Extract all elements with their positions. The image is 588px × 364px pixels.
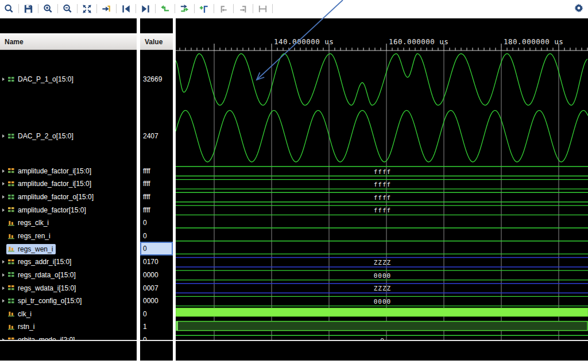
toolbar-separator [38,4,38,13]
next-transition-button[interactable] [138,2,153,16]
expand-chevron-icon[interactable] [0,208,6,212]
waveform-canvas[interactable]: 140.000000 us160.000000 us180.000000 usf… [176,33,588,340]
signal-row[interactable]: regs_addr_i[15:0] [0,255,137,269]
settings-button[interactable] [574,3,585,14]
bus-signal-icon [7,298,15,304]
signal-row-inner: DAC_P_2_o[15:0] [6,131,76,141]
signal-value-cell[interactable]: 0 [140,334,173,340]
signal-row[interactable]: amplitude_factor_i[15:0] [0,177,137,191]
wave-row: ZZZZ [176,257,588,267]
bus-value-label: 0000 [374,272,392,280]
signal-name-label: orbita_mode_i[2:0] [18,336,75,340]
expand-chevron-icon[interactable] [0,260,6,264]
signal-value-cell[interactable]: 0170 [140,255,173,269]
signal-value-label: 0 [143,336,147,340]
signal-row[interactable]: regs_ren_i [0,230,137,243]
signal-value-cell[interactable]: 0 [140,242,173,255]
scalar-signal-icon [7,246,15,252]
signal-row[interactable]: regs_rdata_o[15:0] [0,269,137,282]
signal-name-label: regs_addr_i[15:0] [18,258,71,266]
signal-value-cell[interactable]: 0 [140,216,173,230]
signal-value-label: 1 [143,323,147,331]
expand-chevron-icon[interactable] [0,134,6,138]
expand-chevron-icon[interactable] [0,286,6,290]
time-ruler[interactable]: 140.000000 us160.000000 us180.000000 us [176,37,588,51]
bus-value-label: 0 [380,337,385,340]
signal-row[interactable]: regs_clk_i [0,216,137,230]
expand-chevron-icon[interactable] [0,195,6,199]
signal-row[interactable]: spi_tr_config_o[15:0] [0,295,137,308]
save-wave-config-button[interactable] [21,2,36,16]
signal-row[interactable]: clk_i [0,308,137,321]
signal-row-inner: spi_tr_config_o[15:0] [6,296,84,306]
toolbar-separator [214,4,214,13]
signal-row[interactable]: amplitude_factor[15:0] [0,203,137,216]
signal-row[interactable]: DAC_P_2_o[15:0] [0,108,137,165]
signal-value-cell[interactable]: 32669 [140,51,173,108]
zoom-fit-button[interactable] [79,2,95,16]
signal-value-cell[interactable]: ffff [140,165,173,178]
zoom-in-button[interactable] [40,2,56,16]
go-to-cursor-button[interactable] [99,2,114,16]
signal-row-inner: amplitude_factor_i[15:0] [6,179,94,189]
previous-edge-button[interactable] [157,2,173,16]
signal-row[interactable]: DAC_P_1_o[15:0] [0,51,137,108]
signal-row[interactable]: orbita_mode_i[2:0] [0,334,137,340]
swap-cursors-icon [257,3,268,14]
signal-value-cell[interactable]: 0 [140,308,173,321]
panel-bottom-divider [0,340,137,341]
previous-marker-button[interactable] [216,2,231,16]
bus-value-label: ZZZZ [374,285,392,292]
find-button[interactable] [1,2,17,16]
signal-value-cell[interactable]: 0007 [140,281,173,295]
previous-transition-button[interactable] [118,2,134,16]
toolbar-separator [194,4,195,13]
signal-row[interactable]: rstn_i [0,320,137,334]
signal-value-label: 0 [143,245,147,253]
signal-value-cell[interactable]: ffff [140,191,173,204]
expand-chevron-icon[interactable] [0,273,6,277]
add-marker-icon [199,3,210,14]
signal-value-cell[interactable]: 0 [140,230,173,243]
zoom-in-icon [42,3,53,14]
expand-chevron-icon[interactable] [0,78,6,81]
signal-value-label: 0 [143,219,147,227]
expand-chevron-icon[interactable] [0,299,6,303]
next-marker-button[interactable] [235,2,251,16]
signal-row-inner: clk_i [6,309,34,319]
zoom-out-button[interactable] [60,2,75,16]
toolbar [0,0,588,17]
next-marker-icon [238,3,249,14]
signal-value-cell[interactable]: 0000 [140,295,173,308]
expand-chevron-icon[interactable] [0,169,6,173]
add-marker-button[interactable] [196,2,212,16]
signal-name-list: DAC_P_1_o[15:0]DAC_P_2_o[15:0]amplitude_… [0,51,137,340]
next-edge-button[interactable] [177,2,192,16]
swap-cursors-button[interactable] [255,2,270,16]
signal-name-panel: Name DAC_P_1_o[15:0]DAC_P_2_o[15:0]ampli… [0,18,137,361]
waveform-panel[interactable]: 140.000000 us160.000000 us180.000000 usf… [176,18,588,361]
signal-row[interactable]: amplitude_factor_i[15:0] [0,165,137,178]
scalar-signal-icon [7,324,15,330]
time-label: 140.000000 us [274,37,334,46]
toolbar-separator [116,4,117,13]
expand-chevron-icon[interactable] [0,182,6,185]
signal-row-inner: DAC_P_1_o[15:0] [6,74,76,84]
name-column-header[interactable]: Name [0,33,137,50]
signal-value-cell[interactable]: ffff [140,203,173,216]
bus-value-label: ffff [374,181,392,188]
signal-value-cell[interactable]: 1 [140,320,173,334]
signal-value-cell[interactable]: 2407 [140,108,173,165]
signal-row-inner: regs_ren_i [6,231,53,241]
signal-row[interactable]: regs_wen_i [0,242,137,255]
signal-row-inner: regs_wdata_i[15:0] [6,283,79,293]
signal-value-cell[interactable]: 0000 [140,269,173,282]
signal-name-label: amplitude_factor_o[15:0] [18,193,94,201]
signal-row[interactable]: amplitude_factor_o[15:0] [0,191,137,204]
signal-value-cell[interactable]: ffff [140,177,173,191]
previous-edge-icon [160,3,171,14]
value-column-header[interactable]: Value [140,33,173,50]
signal-row[interactable]: regs_wdata_i[15:0] [0,281,137,295]
signal-row-inner: amplitude_factor_o[15:0] [6,192,96,202]
wave-row: ffff [176,166,588,176]
